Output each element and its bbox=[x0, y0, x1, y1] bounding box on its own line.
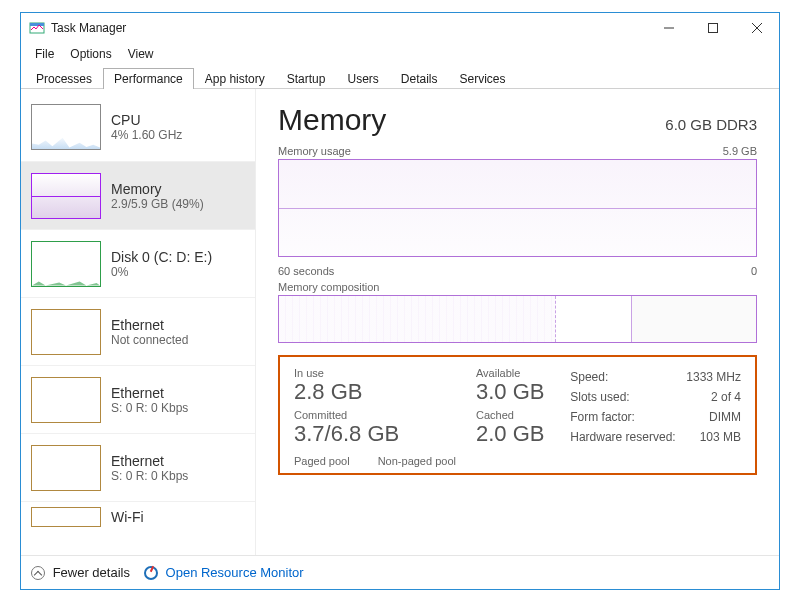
sidebar-item-sub: 0% bbox=[111, 265, 212, 279]
tab-details[interactable]: Details bbox=[390, 68, 449, 89]
stat-hw-reserved: Hardware reserved:103 MB bbox=[570, 427, 741, 447]
stat-slots: Slots used:2 of 4 bbox=[570, 387, 741, 407]
composition-label-row: Memory composition bbox=[278, 281, 757, 293]
sidebar-item-sub: 4% 1.60 GHz bbox=[111, 128, 182, 142]
body: CPU 4% 1.60 GHz Memory 2.9/5.9 GB (49%) … bbox=[21, 89, 779, 555]
tab-startup[interactable]: Startup bbox=[276, 68, 337, 89]
sidebar-item-label: Ethernet bbox=[111, 385, 188, 401]
sidebar-item-ethernet-2[interactable]: Ethernet S: 0 R: 0 Kbps bbox=[21, 365, 255, 433]
axis-right: 0 bbox=[751, 265, 757, 277]
menu-file[interactable]: File bbox=[27, 45, 62, 63]
wifi-thumbnail-icon bbox=[31, 507, 101, 527]
stat-in-use: In use 2.8 GB bbox=[294, 367, 456, 405]
svg-rect-1 bbox=[30, 23, 44, 26]
tab-services[interactable]: Services bbox=[449, 68, 517, 89]
sidebar-item-wifi[interactable]: Wi-Fi bbox=[21, 501, 255, 531]
minimize-button[interactable] bbox=[647, 13, 691, 43]
memory-thumbnail-icon bbox=[31, 173, 101, 219]
tab-processes[interactable]: Processes bbox=[25, 68, 103, 89]
tab-bar: Processes Performance App history Startu… bbox=[21, 65, 779, 89]
footer: Fewer details Open Resource Monitor bbox=[21, 555, 779, 589]
app-icon bbox=[29, 20, 45, 36]
titlebar: Task Manager bbox=[21, 13, 779, 43]
detail-pane: Memory 6.0 GB DDR3 Memory usage 5.9 GB 6… bbox=[256, 89, 779, 555]
disk-thumbnail-icon bbox=[31, 241, 101, 287]
axis-left: 60 seconds bbox=[278, 265, 334, 277]
pane-title: Memory bbox=[278, 103, 386, 137]
composition-inuse-segment bbox=[279, 296, 556, 342]
sidebar-item-label: Disk 0 (C: D: E:) bbox=[111, 249, 212, 265]
memory-capacity: 6.0 GB DDR3 bbox=[665, 116, 757, 133]
sidebar-item-ethernet-3[interactable]: Ethernet S: 0 R: 0 Kbps bbox=[21, 433, 255, 501]
stat-available: Available 3.0 GB bbox=[476, 367, 544, 405]
sidebar-item-memory[interactable]: Memory 2.9/5.9 GB (49%) bbox=[21, 161, 255, 229]
stat-nonpaged-pool: Non-paged pool bbox=[378, 455, 456, 467]
chevron-up-icon bbox=[31, 566, 45, 580]
ethernet-thumbnail-icon bbox=[31, 309, 101, 355]
menu-view[interactable]: View bbox=[120, 45, 162, 63]
sidebar-item-ethernet-1[interactable]: Ethernet Not connected bbox=[21, 297, 255, 365]
composition-modified-segment bbox=[556, 296, 632, 342]
open-resource-monitor-link[interactable]: Open Resource Monitor bbox=[144, 565, 304, 581]
stats-box: In use 2.8 GB Committed 3.7/6.8 GB Paged… bbox=[278, 355, 757, 475]
composition-free-segment bbox=[632, 296, 756, 342]
tab-app-history[interactable]: App history bbox=[194, 68, 276, 89]
menu-options[interactable]: Options bbox=[62, 45, 119, 63]
maximize-button[interactable] bbox=[691, 13, 735, 43]
ethernet-thumbnail-icon bbox=[31, 445, 101, 491]
stat-speed: Speed:1333 MHz bbox=[570, 367, 741, 387]
menubar: File Options View bbox=[21, 43, 779, 65]
sidebar-item-sub: Not connected bbox=[111, 333, 188, 347]
sidebar-item-label: Memory bbox=[111, 181, 204, 197]
sidebar-item-cpu[interactable]: CPU 4% 1.60 GHz bbox=[21, 93, 255, 161]
stat-committed: Committed 3.7/6.8 GB bbox=[294, 409, 456, 447]
pane-header: Memory 6.0 GB DDR3 bbox=[278, 103, 757, 137]
stat-paged-pool: Paged pool bbox=[294, 455, 350, 467]
cpu-thumbnail-icon bbox=[31, 104, 101, 150]
tab-performance[interactable]: Performance bbox=[103, 68, 194, 89]
composition-label: Memory composition bbox=[278, 281, 379, 293]
stat-form-factor: Form factor:DIMM bbox=[570, 407, 741, 427]
composition-graph bbox=[278, 295, 757, 343]
sidebar-item-sub: S: 0 R: 0 Kbps bbox=[111, 469, 188, 483]
svg-rect-3 bbox=[709, 24, 718, 33]
resource-monitor-icon bbox=[144, 566, 158, 580]
sidebar-item-sub: S: 0 R: 0 Kbps bbox=[111, 401, 188, 415]
fewer-details-button[interactable]: Fewer details bbox=[31, 565, 130, 581]
task-manager-window: { "title": "Task Manager", "menu": { "fi… bbox=[20, 12, 780, 590]
close-button[interactable] bbox=[735, 13, 779, 43]
window-title: Task Manager bbox=[51, 21, 647, 35]
sidebar-item-disk[interactable]: Disk 0 (C: D: E:) 0% bbox=[21, 229, 255, 297]
sidebar-item-label: Wi-Fi bbox=[111, 509, 144, 525]
sidebar-item-label: CPU bbox=[111, 112, 182, 128]
sidebar-item-label: Ethernet bbox=[111, 453, 188, 469]
usage-label: Memory usage bbox=[278, 145, 351, 157]
usage-graph-axis: 60 seconds 0 bbox=[278, 265, 757, 277]
usage-graph bbox=[278, 159, 757, 257]
stat-cached: Cached 2.0 GB bbox=[476, 409, 544, 447]
stats-right-column: Speed:1333 MHz Slots used:2 of 4 Form fa… bbox=[570, 367, 741, 467]
sidebar: CPU 4% 1.60 GHz Memory 2.9/5.9 GB (49%) … bbox=[21, 89, 256, 555]
ethernet-thumbnail-icon bbox=[31, 377, 101, 423]
sidebar-item-sub: 2.9/5.9 GB (49%) bbox=[111, 197, 204, 211]
sidebar-item-label: Ethernet bbox=[111, 317, 188, 333]
tab-users[interactable]: Users bbox=[336, 68, 389, 89]
usage-max: 5.9 GB bbox=[723, 145, 757, 157]
usage-graph-label: Memory usage 5.9 GB bbox=[278, 145, 757, 157]
